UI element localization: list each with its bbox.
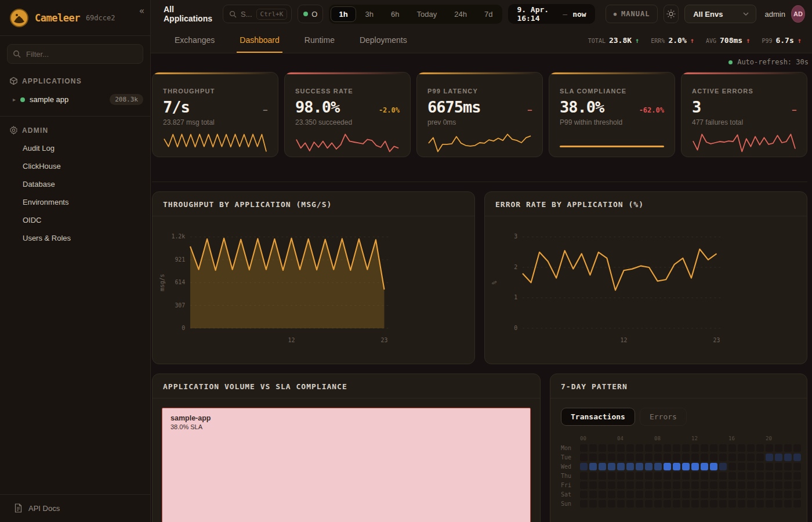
heatmap-cell[interactable] (599, 472, 606, 480)
heatmap-cell[interactable] (691, 500, 699, 507)
date-range-picker[interactable]: 9. Apr. 16:14 – now (508, 4, 594, 24)
heatmap-cell[interactable] (617, 463, 625, 470)
heatmap-cell[interactable] (710, 454, 717, 461)
theme-toggle-button[interactable] (664, 5, 679, 23)
filter-input[interactable] (7, 44, 143, 64)
heatmap-cell[interactable] (636, 481, 643, 489)
heatmap-cell[interactable] (747, 491, 755, 498)
heatmap-cell[interactable] (701, 491, 708, 498)
heatmap-cell[interactable] (747, 472, 755, 480)
heatmap-cell[interactable] (766, 500, 773, 507)
tab-deployments[interactable]: Deployments (357, 28, 410, 53)
heatmap-cell[interactable] (701, 463, 708, 470)
heatmap-cell[interactable] (784, 500, 792, 507)
heatmap-cell[interactable] (784, 463, 792, 470)
heatmap-cell[interactable] (710, 472, 717, 480)
heatmap-cell[interactable] (756, 454, 764, 461)
time-range-6h[interactable]: 6h (383, 6, 407, 22)
heatmap-cell[interactable] (654, 500, 662, 507)
heatmap-cell[interactable] (756, 481, 764, 489)
heatmap-cell[interactable] (738, 454, 745, 461)
heatmap-cell[interactable] (636, 463, 643, 470)
heatmap-cell[interactable] (580, 491, 588, 498)
heatmap-cell[interactable] (580, 481, 588, 489)
heatmap-cell[interactable] (775, 481, 782, 489)
time-range-1h[interactable]: 1h (331, 6, 356, 22)
heatmap-cell[interactable] (793, 472, 801, 480)
heatmap-cell[interactable] (636, 454, 643, 461)
heatmap-cell[interactable] (673, 491, 680, 498)
heatmap-cell[interactable] (701, 472, 708, 480)
heatmap-cell[interactable] (691, 491, 699, 498)
heatmap-cell[interactable] (719, 463, 727, 470)
heatmap-cell[interactable] (617, 454, 625, 461)
heatmap-cell[interactable] (599, 454, 606, 461)
sidebar-item-sample-app[interactable]: ▸ sample app 208.3k (0, 90, 150, 109)
heatmap-cell[interactable] (766, 463, 773, 470)
heatmap-cell[interactable] (626, 491, 634, 498)
heatmap-cell[interactable] (701, 481, 708, 489)
heatmap-cell[interactable] (719, 491, 727, 498)
heatmap-cell[interactable] (664, 454, 671, 461)
heatmap-cell[interactable] (793, 463, 801, 470)
sidebar-item-clickhouse[interactable]: ClickHouse (0, 157, 150, 175)
tab-transactions[interactable]: Transactions (561, 408, 635, 426)
heatmap-cell[interactable] (691, 463, 699, 470)
heatmap-cell[interactable] (784, 491, 792, 498)
time-range-3h[interactable]: 3h (357, 6, 382, 22)
sidebar-item-database[interactable]: Database (0, 175, 150, 193)
heatmap-cell[interactable] (701, 444, 708, 452)
heatmap-cell[interactable] (756, 472, 764, 480)
tab-exchanges[interactable]: Exchanges (172, 28, 217, 53)
heatmap-cell[interactable] (719, 454, 727, 461)
heatmap-cell[interactable] (775, 444, 782, 452)
heatmap-cell[interactable] (756, 444, 764, 452)
time-range-24h[interactable]: 24h (446, 6, 475, 22)
heatmap-cell[interactable] (738, 491, 745, 498)
heatmap-cell[interactable] (645, 481, 652, 489)
heatmap-cell[interactable] (766, 491, 773, 498)
heatmap-cell[interactable] (608, 472, 615, 480)
heatmap-cell[interactable] (636, 491, 643, 498)
heatmap-cell[interactable] (747, 454, 755, 461)
heatmap-cell[interactable] (673, 500, 680, 507)
heatmap-cell[interactable] (775, 472, 782, 480)
manual-refresh-button[interactable]: ● MANUAL (606, 5, 658, 23)
heatmap-cell[interactable] (654, 491, 662, 498)
heatmap-cell[interactable] (756, 463, 764, 470)
heatmap-cell[interactable] (701, 500, 708, 507)
heatmap-cell[interactable] (626, 454, 634, 461)
heatmap-cell[interactable] (636, 500, 643, 507)
heatmap-cell[interactable] (691, 444, 699, 452)
heatmap-cell[interactable] (664, 481, 671, 489)
sidebar-item-oidc[interactable]: OIDC (0, 211, 150, 229)
heatmap-cell[interactable] (747, 463, 755, 470)
heatmap-cell[interactable] (738, 472, 745, 480)
heatmap-cell[interactable] (636, 472, 643, 480)
heatmap-cell[interactable] (719, 500, 727, 507)
heatmap-cell[interactable] (701, 454, 708, 461)
tab-errors[interactable]: Errors (640, 408, 687, 426)
heatmap-cell[interactable] (766, 472, 773, 480)
heatmap-cell[interactable] (728, 481, 736, 489)
heatmap-cell[interactable] (654, 454, 662, 461)
heatmap-cell[interactable] (589, 454, 597, 461)
heatmap-cell[interactable] (756, 491, 764, 498)
heatmap-cell[interactable] (608, 481, 615, 489)
heatmap-cell[interactable] (682, 472, 690, 480)
heatmap-cell[interactable] (766, 444, 773, 452)
heatmap-cell[interactable] (654, 481, 662, 489)
heatmap-cell[interactable] (728, 444, 736, 452)
heatmap-cell[interactable] (589, 444, 597, 452)
heatmap-cell[interactable] (775, 500, 782, 507)
heatmap-cell[interactable] (589, 491, 597, 498)
heatmap-cell[interactable] (599, 463, 606, 470)
online-status-button[interactable]: O (298, 5, 323, 23)
heatmap-cell[interactable] (664, 491, 671, 498)
global-search-input[interactable]: S... Ctrl+K (223, 5, 292, 23)
heatmap-cell[interactable] (747, 444, 755, 452)
heatmap-cell[interactable] (580, 463, 588, 470)
heatmap-cell[interactable] (673, 481, 680, 489)
heatmap-cell[interactable] (756, 500, 764, 507)
heatmap-cell[interactable] (664, 500, 671, 507)
